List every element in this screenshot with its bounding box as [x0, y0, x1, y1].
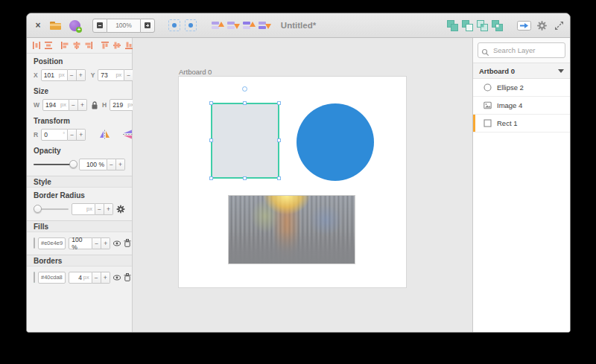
resize-handle-sw[interactable] — [209, 176, 213, 180]
opacity-increment-button[interactable]: + — [116, 159, 125, 170]
boolean-intersect-button[interactable] — [477, 20, 488, 31]
border-radius-decrement-button[interactable]: − — [95, 203, 104, 215]
fill-delete-button[interactable] — [124, 239, 131, 247]
canvas[interactable]: Artboard 0 — [133, 38, 472, 333]
rotation-decrement-button[interactable]: − — [68, 129, 77, 141]
border-hex-input[interactable]: #40cda8 — [38, 272, 66, 284]
x-input[interactable]: 101px — [41, 69, 68, 81]
artboard[interactable] — [179, 77, 406, 287]
border-delete-button[interactable] — [124, 273, 131, 281]
resize-handle-e[interactable] — [277, 138, 281, 142]
border-width-decrement-button[interactable]: − — [92, 272, 101, 284]
border-radius-stepper: px − + — [72, 203, 113, 215]
artboard-group-row[interactable]: Artboard 0 — [473, 63, 570, 79]
align-center-horizontal-button[interactable] — [72, 41, 81, 50]
position-title: Position — [34, 57, 125, 66]
settings-button[interactable] — [536, 20, 548, 31]
flip-horizontal-button[interactable] — [99, 130, 110, 139]
export-button[interactable] — [517, 20, 531, 31]
fill-visibility-button[interactable] — [113, 240, 121, 246]
rect-shape[interactable] — [211, 103, 279, 179]
width-input[interactable]: 194px — [42, 99, 69, 111]
dropdown-caret-icon[interactable] — [558, 69, 564, 73]
lower-layer-button[interactable] — [227, 20, 240, 31]
border-radius-slider-thumb[interactable] — [34, 205, 42, 213]
opacity-slider-thumb[interactable] — [69, 160, 77, 168]
boolean-subtract-button[interactable] — [462, 20, 473, 31]
border-radius-slider[interactable] — [34, 204, 69, 214]
border-radius-options-button[interactable] — [116, 205, 125, 214]
app-window: Untitled* × + 100% — [26, 13, 571, 333]
x-label: X — [34, 71, 38, 79]
close-window-button[interactable]: × — [33, 20, 43, 31]
border-color-swatch[interactable] — [34, 272, 35, 283]
x-increment-button[interactable]: + — [77, 69, 86, 81]
raise-layer-button[interactable] — [212, 20, 224, 31]
export-icon — [517, 20, 531, 31]
resize-handle-w[interactable] — [209, 138, 213, 142]
artboard-label[interactable]: Artboard 0 — [179, 68, 212, 76]
border-width-stepper: 4px − + — [69, 272, 110, 284]
fill-opacity-increment-button[interactable]: + — [101, 237, 110, 249]
y-input[interactable]: 73px — [98, 69, 124, 81]
eye-icon — [113, 275, 121, 281]
fills-section: #e0e4e9 100 % − + — [27, 232, 132, 252]
selection-tool-button[interactable] — [168, 19, 180, 31]
y-label: Y — [91, 71, 95, 79]
rotation-increment-button[interactable]: + — [77, 129, 86, 141]
fill-opacity-input[interactable]: 100 % — [69, 237, 92, 249]
fill-opacity-decrement-button[interactable]: − — [92, 237, 101, 249]
fill-color-swatch[interactable] — [34, 237, 35, 249]
opacity-decrement-button[interactable]: − — [107, 159, 116, 170]
resize-handle-n[interactable] — [243, 101, 247, 105]
layer-row-ellipse[interactable]: Ellipse 2 — [473, 79, 570, 97]
new-document-button[interactable]: + — [69, 20, 80, 31]
zoom-in-button[interactable] — [140, 19, 155, 33]
resize-handle-s[interactable] — [243, 176, 247, 180]
align-center-vertical-button[interactable] — [112, 41, 121, 50]
fill-hex-input[interactable]: #e0e4e9 — [38, 237, 66, 249]
align-left-button[interactable] — [60, 41, 69, 50]
border-radius-input[interactable]: px — [72, 203, 95, 215]
rotation-input[interactable]: 0° — [41, 129, 68, 141]
align-top-button[interactable] — [101, 41, 110, 50]
distribute-vertical-button[interactable] — [44, 41, 53, 50]
zoom-out-button[interactable] — [92, 19, 107, 33]
lock-ratio-button[interactable] — [91, 100, 98, 109]
open-file-button[interactable] — [49, 20, 62, 31]
image-shape[interactable] — [228, 195, 355, 264]
fills-header: Fills — [27, 220, 132, 232]
size-section: Size W 194px − + H — [27, 83, 132, 113]
border-width-increment-button[interactable]: + — [101, 272, 110, 284]
border-visibility-button[interactable] — [113, 275, 121, 281]
border-radius-increment-button[interactable]: + — [104, 203, 113, 215]
fill-opacity-stepper: 100 % − + — [69, 237, 110, 249]
resize-handle-nw[interactable] — [209, 101, 213, 105]
rect-layer-icon — [484, 119, 492, 127]
send-to-back-button[interactable] — [259, 20, 271, 31]
opacity-slider[interactable] — [34, 159, 76, 169]
search-layer-input[interactable] — [478, 42, 565, 58]
width-increment-button[interactable]: + — [78, 99, 87, 111]
rotation-handle[interactable] — [242, 86, 247, 92]
zoom-level-value[interactable]: 100% — [107, 19, 140, 33]
resize-handle-ne[interactable] — [277, 101, 281, 105]
distribute-horizontal-button[interactable] — [32, 41, 41, 50]
size-title: Size — [34, 87, 125, 95]
align-right-button[interactable] — [84, 41, 93, 50]
selection-area-button[interactable] — [185, 19, 197, 31]
alignment-toolbar — [27, 38, 132, 54]
bring-to-front-button[interactable] — [243, 20, 256, 31]
layer-row-rect[interactable]: Rect 1 — [473, 115, 570, 132]
opacity-input[interactable]: 100 % — [79, 159, 107, 170]
layer-row-image[interactable]: Image 4 — [473, 97, 570, 115]
x-decrement-button[interactable]: − — [68, 69, 77, 81]
resize-handle-se[interactable] — [277, 176, 281, 180]
border-width-input[interactable]: 4px — [69, 272, 92, 284]
boolean-difference-button[interactable] — [492, 20, 503, 31]
boolean-union-button[interactable] — [447, 20, 458, 31]
ellipse-shape[interactable] — [297, 103, 374, 181]
width-decrement-button[interactable]: − — [69, 99, 78, 111]
fullscreen-button[interactable] — [554, 21, 564, 31]
flip-vertical-button[interactable] — [122, 130, 133, 139]
